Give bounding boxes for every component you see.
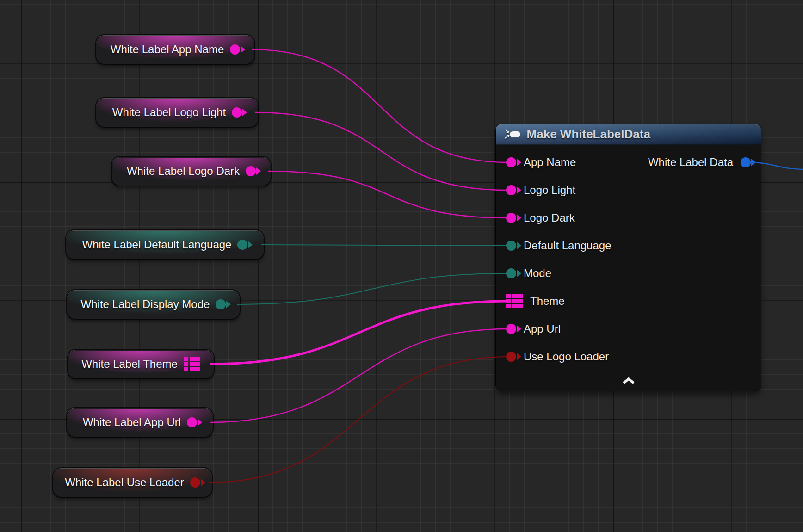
- var-node-white-label-display-mode[interactable]: White Label Display Mode: [67, 290, 240, 319]
- string-output-pin[interactable]: [187, 417, 197, 427]
- make-struct-icon: ↘↗: [503, 129, 520, 140]
- wire-app-url[interactable]: [210, 329, 508, 422]
- pin-row: Default Language: [496, 232, 761, 260]
- pin-label: Logo Light: [524, 184, 575, 197]
- var-node-label: White Label Logo Light: [112, 106, 226, 119]
- wire-logo-light[interactable]: [255, 112, 508, 190]
- var-node-label: White Label Theme: [81, 358, 178, 371]
- pin-row: Theme: [496, 287, 761, 315]
- var-node-white-label-logo-dark[interactable]: White Label Logo Dark: [112, 157, 271, 186]
- pin-label: Default Language: [524, 239, 612, 252]
- pin-label: App Url: [524, 322, 561, 335]
- pin-label: Mode: [524, 267, 551, 280]
- enum-output-pin[interactable]: [237, 240, 247, 250]
- struct-grid-pin-icon[interactable]: [506, 294, 523, 308]
- node-pin-area: App Name White Label Data Logo Light Log…: [496, 145, 761, 371]
- var-node-white-label-theme[interactable]: White Label Theme: [68, 350, 214, 378]
- collapse-node-button[interactable]: [621, 376, 636, 385]
- pin-row: Mode: [496, 260, 761, 287]
- pin-label: App Name: [524, 156, 576, 169]
- node-title: Make WhiteLabelData: [527, 127, 650, 142]
- wire-default-language[interactable]: [261, 245, 508, 246]
- pin-label: Use Logo Loader: [524, 350, 609, 363]
- wire-display-mode[interactable]: [237, 273, 508, 304]
- pin-row: App Url: [496, 315, 761, 343]
- wire-logo-dark[interactable]: [268, 171, 508, 218]
- enum-output-pin[interactable]: [216, 299, 226, 309]
- var-node-white-label-logo-light[interactable]: White Label Logo Light: [96, 98, 258, 127]
- string-output-pin[interactable]: [246, 166, 256, 176]
- chevron-up-icon: [622, 377, 636, 384]
- var-node-white-label-app-url[interactable]: White Label App Url: [67, 408, 213, 437]
- pin-row: App Name White Label Data: [496, 148, 761, 176]
- pin-row: Logo Dark: [496, 204, 761, 232]
- var-node-white-label-app-name[interactable]: White Label App Name: [96, 35, 254, 64]
- bool-output-pin[interactable]: [190, 477, 200, 488]
- string-output-pin[interactable]: [232, 107, 242, 118]
- struct-grid-pin-icon[interactable]: [184, 357, 200, 371]
- pin-row: Logo Light: [496, 176, 761, 204]
- var-node-label: White Label App Url: [83, 416, 181, 429]
- make-whitelabeldata-node[interactable]: ↘↗ Make WhiteLabelData App Name White La…: [496, 124, 761, 391]
- var-node-label: White Label Use Loader: [65, 476, 184, 489]
- pin-label: Theme: [530, 295, 565, 308]
- var-node-label: White Label App Name: [111, 43, 224, 56]
- var-node-label: White Label Logo Dark: [127, 165, 240, 178]
- string-output-pin[interactable]: [230, 44, 240, 55]
- pin-label: White Label Data: [648, 156, 733, 169]
- var-node-label: White Label Display Mode: [81, 298, 210, 311]
- node-header[interactable]: ↘↗ Make WhiteLabelData: [496, 124, 761, 145]
- blueprint-graph-canvas[interactable]: White Label App Name White Label Logo Li…: [0, 0, 803, 532]
- var-node-white-label-default-language[interactable]: White Label Default Language: [66, 230, 264, 259]
- pin-label: Logo Dark: [524, 211, 575, 224]
- var-node-label: White Label Default Language: [82, 238, 232, 251]
- var-node-white-label-use-loader[interactable]: White Label Use Loader: [53, 468, 212, 497]
- pin-row: Use Logo Loader: [496, 343, 761, 371]
- wire-app-name[interactable]: [252, 49, 508, 162]
